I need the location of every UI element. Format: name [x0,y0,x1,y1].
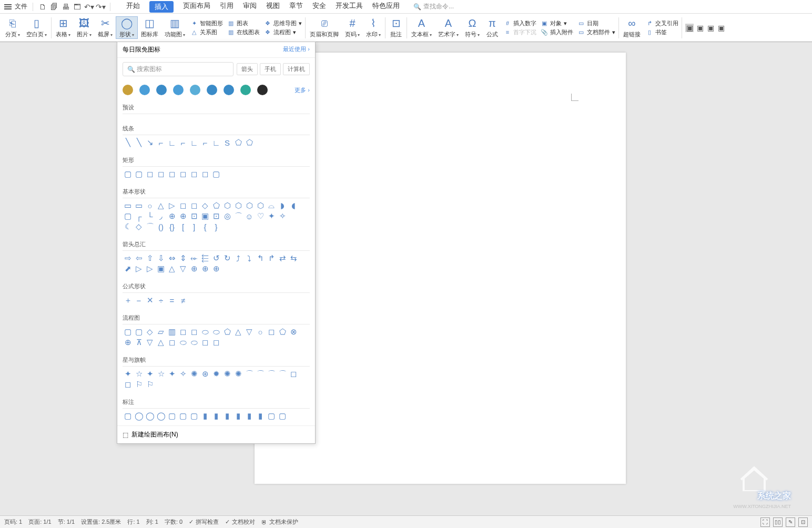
preview-icon[interactable]: 🗔 [73,3,82,11]
shape-item[interactable]: ⌒ [233,211,243,221]
ribbon-icon-lib[interactable]: ◫图标库 [138,17,161,38]
view-mode-2-icon[interactable]: ▣ [696,24,704,32]
shape-item[interactable]: ▱ [156,327,166,337]
shape-item[interactable]: ⇨ [123,253,133,263]
ribbon-feature-chart[interactable]: ▥功能图 [161,17,188,38]
shape-item[interactable]: ↰ [255,253,266,263]
shape-item[interactable]: ✦ [145,369,155,379]
shape-item[interactable]: └ [145,211,155,221]
ribbon-smart-art[interactable]: ✦智能图形 [190,19,223,27]
shape-item[interactable]: ▢ [123,411,133,421]
print-preview-icon[interactable]: 🗐 [50,3,58,11]
shape-item[interactable]: ◻ [189,200,199,211]
shape-item[interactable]: ∟ [167,137,177,148]
shape-item[interactable]: ✦ [123,369,133,379]
shape-item[interactable]: ◻ [167,169,177,179]
quick-computer[interactable]: 计算机 [283,63,310,75]
more-link[interactable]: 更多 › [295,86,310,94]
shape-item[interactable]: ⬡ [233,200,243,211]
shape-item[interactable]: ⊛ [200,369,210,379]
shape-item[interactable]: ◻ [266,327,277,337]
ribbon-blank-page[interactable]: ▯空白页 [23,17,50,38]
shape-item[interactable]: ⤵ [244,253,255,263]
shape-item[interactable]: ▢ [266,411,277,421]
ribbon-equation[interactable]: π公式 [483,17,502,38]
ribbon-flowchart[interactable]: ❖流程图▾ [264,28,302,36]
free-icon[interactable] [240,85,251,95]
shape-item[interactable]: ⬭ [200,327,210,337]
tab-insert[interactable]: 插入 [149,1,174,13]
shape-item[interactable]: ♡ [255,211,266,221]
shape-item[interactable]: ◻ [145,169,155,179]
shape-item[interactable]: ⬈ [123,263,133,274]
free-icon[interactable] [257,85,268,95]
shape-item[interactable]: ◻ [200,337,210,348]
ribbon-watermark[interactable]: ⌇水印 [363,17,384,38]
shape-item[interactable]: ⬡ [222,200,232,211]
shape-item[interactable]: S [222,137,232,148]
free-icon[interactable] [139,85,150,95]
status-line[interactable]: 行: 1 [127,518,139,526]
tab-view[interactable]: 视图 [266,1,280,13]
shape-item[interactable]: ◖ [288,200,299,211]
view-mode-4-icon[interactable]: ▣ [717,24,725,32]
ribbon-relation[interactable]: △关系图 [190,28,223,36]
shape-item[interactable]: ✹ [211,369,221,379]
view-mode-3-icon[interactable]: ▣ [706,24,715,32]
shape-item[interactable]: ▮ [233,411,243,421]
shape-item[interactable]: ✧ [277,211,288,221]
shape-item[interactable]: ⌓ [266,200,277,211]
shape-item[interactable]: ▽ [244,327,255,337]
shape-item[interactable]: ↻ [222,253,232,263]
shape-item[interactable]: ▷ [167,200,177,211]
shape-item[interactable]: ✧ [178,369,188,379]
shape-item[interactable]: ◯ [134,411,144,421]
shape-item[interactable]: ▮ [244,411,255,421]
shape-item[interactable]: ∟ [189,137,199,148]
shape-item[interactable]: ▮ [211,411,221,421]
shape-item[interactable]: ╲ [123,137,133,148]
shape-item[interactable]: ⬠ [211,200,221,211]
shape-item[interactable]: ⌐ [156,137,166,148]
shape-item[interactable]: ◻ [288,369,299,379]
shape-item[interactable]: ⬭ [189,337,199,348]
new-canvas-button[interactable]: ⬚ 新建绘图画布(N) [117,425,315,443]
ribbon-mindmap[interactable]: ❖思维导图▾ [264,19,302,27]
shape-item[interactable]: ÷ [156,295,166,306]
shape-item[interactable]: ◇ [134,221,144,232]
shape-item[interactable]: ✦ [266,211,277,221]
shape-item[interactable]: ☾ [123,221,133,232]
print-icon[interactable]: 🖶 [62,3,70,11]
shape-item[interactable]: ⬠ [222,327,232,337]
shape-item[interactable]: ↺ [211,253,221,263]
file-menu[interactable]: 文件 [15,2,27,11]
shape-item[interactable]: ▮ [222,411,232,421]
shape-item[interactable]: ◞ [156,211,166,221]
view-mode-1-icon[interactable]: ▣ [685,24,694,32]
tab-special[interactable]: 特色应用 [372,1,400,13]
shape-item[interactable]: ⌒ [266,369,277,379]
ribbon-object[interactable]: ▣对象▾ [541,19,573,27]
shape-item[interactable]: ⌐ [178,137,188,148]
shape-item[interactable]: ▢ [123,211,133,221]
ribbon-picture[interactable]: 🖼图片 [74,17,95,38]
shape-item[interactable]: ⬭ [178,337,188,348]
shape-item[interactable]: △ [156,337,166,348]
shape-item[interactable]: ⬭ [211,327,221,337]
shape-item[interactable]: ▽ [178,263,188,274]
status-section[interactable]: 节: 1/1 [58,518,75,526]
shape-item[interactable]: ⬠ [244,137,255,148]
shape-item[interactable]: ▣ [156,263,166,274]
shape-item[interactable]: { [200,221,210,232]
shape-item[interactable]: ◻ [200,169,210,179]
shape-item[interactable]: ⌐ [200,137,210,148]
shape-item[interactable]: ∟ [211,137,221,148]
shape-item[interactable]: ⊡ [211,211,221,221]
shape-item[interactable]: ▢ [178,411,188,421]
shape-item[interactable]: △ [233,327,243,337]
shape-item[interactable]: ▢ [211,169,221,179]
shape-item[interactable]: ▢ [134,169,144,179]
status-protect[interactable]: ⛨ 文档未保护 [261,518,298,526]
shape-item[interactable]: ┌ [134,211,144,221]
shape-item[interactable]: ▷ [134,263,144,274]
